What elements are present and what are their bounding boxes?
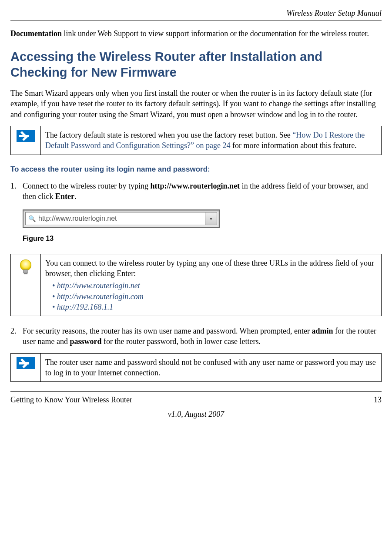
page-icon: 🔍 [28, 215, 36, 223]
step-1-text: Connect to the wireless router by typing… [23, 181, 382, 202]
note2-text: The router user name and password should… [45, 358, 376, 377]
step-1: 1. Connect to the wireless router by typ… [10, 181, 382, 202]
tip-intro: You can connect to the wireless router b… [45, 259, 374, 278]
step2-t3: for the router password, both in lower c… [102, 337, 261, 346]
note2-text-cell: The router user name and password should… [41, 353, 382, 382]
footer-page: 13 [374, 395, 382, 405]
note-text-cell: The factory default state is restored wh… [41, 126, 382, 155]
lightbulb-icon [17, 269, 35, 278]
tip-box-urls: You can connect to the wireless router b… [10, 254, 382, 316]
address-bar-input[interactable]: 🔍 http://www.routerlogin.net [25, 212, 205, 225]
step-2-text: For security reasons, the router has its… [23, 326, 382, 347]
step2-t1: For security reasons, the router has its… [23, 327, 312, 335]
steps-list: 1. Connect to the wireless router by typ… [10, 181, 382, 202]
footer-section: Getting to Know Your Wireless Router [10, 395, 132, 405]
step1-b1: http://www.routerlogin.net [150, 182, 240, 190]
tip-icon-cell [11, 254, 41, 316]
address-bar-dropdown[interactable]: ▾ [205, 212, 217, 225]
top-rule [10, 20, 382, 20]
note-box-credentials: The router user name and password should… [10, 353, 382, 382]
step1-t1: Connect to the wireless router by typing [23, 182, 150, 190]
step2-b2: password [70, 337, 101, 346]
note1-pre: The factory default state is restored wh… [45, 131, 292, 139]
footer-version: v1.0, August 2007 [10, 409, 382, 419]
lead-paragraph: Documentation link under Web Support to … [10, 28, 382, 39]
intro-paragraph: The Smart Wizard appears only when you f… [10, 88, 382, 120]
tip-text-cell: You can connect to the wireless router b… [41, 254, 382, 316]
note1-post: for more information about this feature. [230, 141, 356, 150]
lead-rest: link under Web Support to view support i… [62, 29, 369, 38]
svg-point-0 [20, 260, 31, 270]
arrow-icon [17, 357, 35, 369]
tip-url-list: http://www.routerlogin.net http://www.ro… [45, 280, 377, 312]
tip-url-2: http://www.routerlogin.com [52, 291, 377, 302]
note-icon-cell [11, 126, 41, 155]
address-bar-text: http://www.routerlogin.net [38, 214, 117, 223]
address-bar-figure: 🔍 http://www.routerlogin.net ▾ [23, 209, 382, 228]
step1-b2: Enter [55, 192, 74, 201]
tip-url-3: http://192.168.1.1 [52, 302, 377, 312]
section-title: Accessing the Wireless Router after Inst… [10, 49, 382, 81]
svg-rect-1 [23, 270, 28, 273]
figure-caption-13: Figure 13 [23, 234, 382, 243]
step-2-num: 2. [10, 326, 23, 347]
step2-b1: admin [312, 327, 333, 335]
note-box-factory-reset: The factory default state is restored wh… [10, 126, 382, 155]
tip-url-1: http://www.routerlogin.net [52, 280, 377, 291]
arrow-icon [17, 130, 35, 142]
svg-rect-2 [24, 273, 27, 274]
lead-bold: Documentation [10, 29, 62, 38]
step-2: 2. For security reasons, the router has … [10, 326, 382, 347]
footer: Getting to Know Your Wireless Router 13 [10, 395, 382, 405]
step1-t3: . [74, 192, 77, 201]
bottom-rule [10, 391, 382, 392]
steps-list-2: 2. For security reasons, the router has … [10, 326, 382, 347]
subhead-access: To access the router using its login nam… [10, 165, 382, 175]
address-bar: 🔍 http://www.routerlogin.net ▾ [23, 209, 220, 228]
running-header: Wireless Router Setup Manual [10, 8, 382, 18]
note2-icon-cell [11, 353, 41, 382]
step-1-num: 1. [10, 181, 23, 202]
